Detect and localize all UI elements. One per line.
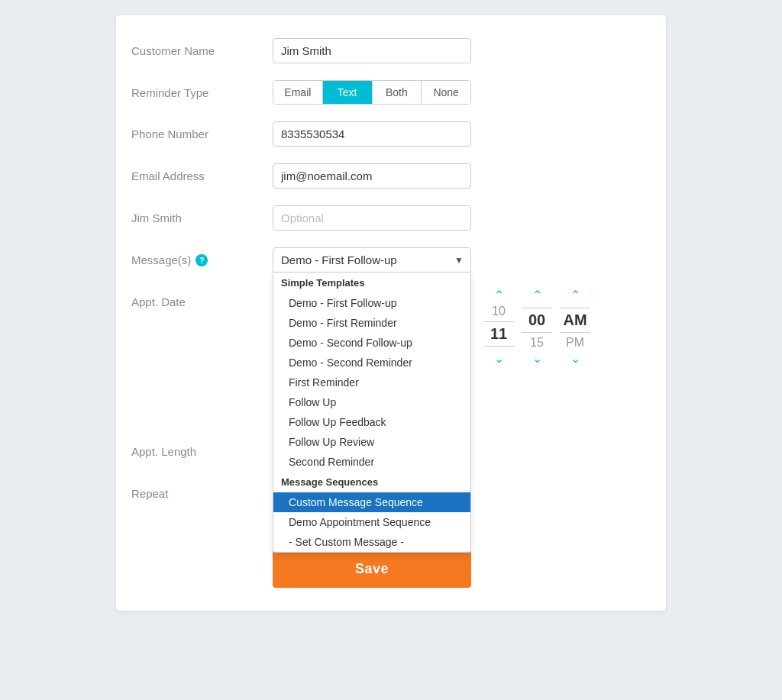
dropdown-item-follow-up-feedback[interactable]: Follow Up Feedback	[273, 412, 470, 432]
simple-templates-label: Simple Templates	[273, 273, 470, 293]
email-field	[273, 163, 643, 189]
customer-name-input[interactable]	[273, 38, 471, 63]
dropdown-item-demo-first-reminder[interactable]: Demo - First Reminder	[273, 313, 470, 333]
phone-row: Phone Number	[131, 121, 643, 147]
reminder-type-label: Reminder Type	[131, 80, 273, 99]
hour-value: 11	[483, 325, 514, 343]
email-label: Email Address	[131, 163, 273, 182]
dropdown-arrow-icon: ▼	[454, 255, 464, 266]
customer-name-row: Customer Name	[131, 38, 643, 63]
customer-name-label: Customer Name	[131, 38, 273, 57]
phone-label: Phone Number	[131, 121, 273, 140]
period-col: ⌃ AM PM ⌄	[560, 289, 590, 365]
time-picker: ⌃ 10 11 ⌄ ⌃ 00 15	[483, 289, 590, 365]
repeat-label: Repeat	[131, 481, 273, 500]
hour-divider	[483, 321, 514, 322]
minute-tertiary: 15	[522, 336, 552, 350]
save-button[interactable]: Save	[273, 550, 471, 588]
messages-label-wrapper: Message(s) ?	[131, 253, 273, 266]
phone-input[interactable]	[273, 121, 471, 147]
reminder-btn-email[interactable]: Email	[273, 81, 323, 104]
dropdown-item-first-reminder[interactable]: First Reminder	[273, 373, 470, 392]
minute-down-button[interactable]: ⌄	[532, 353, 542, 365]
dropdown-item-demo-first-followup[interactable]: Demo - First Follow-up	[273, 293, 470, 313]
minute-divider-2	[522, 332, 552, 333]
hour-col: ⌃ 10 11 ⌄	[483, 289, 514, 365]
dropdown-item-set-custom[interactable]: - Set Custom Message -	[273, 532, 470, 552]
appt-date-label: Appt. Date	[131, 289, 273, 308]
reminder-type-group: Email Text Both None	[273, 80, 471, 105]
hour-up-button[interactable]: ⌃	[494, 289, 504, 302]
appt-length-label: Appt. Length	[131, 439, 273, 458]
messages-row: Message(s) ? Demo - First Follow-up ▼ Si…	[131, 247, 643, 273]
period-tertiary: PM	[560, 336, 590, 350]
hour-divider-2	[483, 346, 514, 347]
period-divider-2	[560, 332, 590, 333]
dropdown-item-custom-sequence[interactable]: Custom Message Sequence	[273, 492, 470, 512]
dropdown-item-demo-second-reminder[interactable]: Demo - Second Reminder	[273, 353, 470, 373]
messages-field: Demo - First Follow-up ▼ Simple Template…	[273, 247, 643, 273]
appointment-form: Customer Name Reminder Type Email Text B…	[116, 15, 666, 611]
minute-value: 00	[522, 311, 552, 329]
dropdown-item-follow-up[interactable]: Follow Up	[273, 392, 470, 412]
dropdown-item-follow-up-review[interactable]: Follow Up Review	[273, 432, 470, 452]
hour-secondary: 10	[483, 305, 514, 318]
email-input[interactable]	[273, 163, 471, 189]
email-row: Email Address	[131, 163, 643, 189]
customer-name-field	[273, 38, 643, 63]
messages-help-icon[interactable]: ?	[196, 254, 208, 266]
reminder-btn-text[interactable]: Text	[323, 81, 373, 104]
reminder-btn-both[interactable]: Both	[373, 81, 422, 104]
messages-dropdown-panel: Simple Templates Demo - First Follow-up …	[273, 273, 471, 553]
hour-down-button[interactable]: ⌄	[494, 353, 504, 365]
reminder-type-field: Email Text Both None	[273, 80, 643, 105]
reminder-type-row: Reminder Type Email Text Both None	[131, 80, 643, 105]
period-up-button[interactable]: ⌃	[570, 289, 580, 302]
minute-col: ⌃ 00 15 ⌄	[522, 289, 552, 365]
optional-field	[273, 205, 643, 231]
period-value: AM	[560, 311, 590, 329]
period-down-button[interactable]: ⌄	[570, 353, 580, 365]
dropdown-item-demo-second-followup[interactable]: Demo - Second Follow-up	[273, 333, 470, 353]
optional-label: Jim Smith	[131, 205, 273, 224]
optional-row: Jim Smith	[131, 205, 643, 231]
period-divider	[560, 308, 590, 308]
messages-dropdown-wrapper: Demo - First Follow-up ▼ Simple Template…	[273, 247, 471, 273]
minute-divider	[522, 308, 552, 308]
messages-dropdown-trigger[interactable]: Demo - First Follow-up ▼	[273, 247, 471, 273]
phone-field	[273, 121, 643, 147]
reminder-btn-none[interactable]: None	[422, 81, 470, 104]
dropdown-item-demo-appt-sequence[interactable]: Demo Appointment Sequence	[273, 512, 470, 532]
optional-input[interactable]	[273, 205, 471, 231]
dropdown-item-second-reminder[interactable]: Second Reminder	[273, 452, 470, 472]
messages-label: Message(s) ?	[131, 247, 273, 266]
minute-up-button[interactable]: ⌃	[532, 289, 542, 302]
message-sequences-label: Message Sequences	[273, 472, 470, 492]
